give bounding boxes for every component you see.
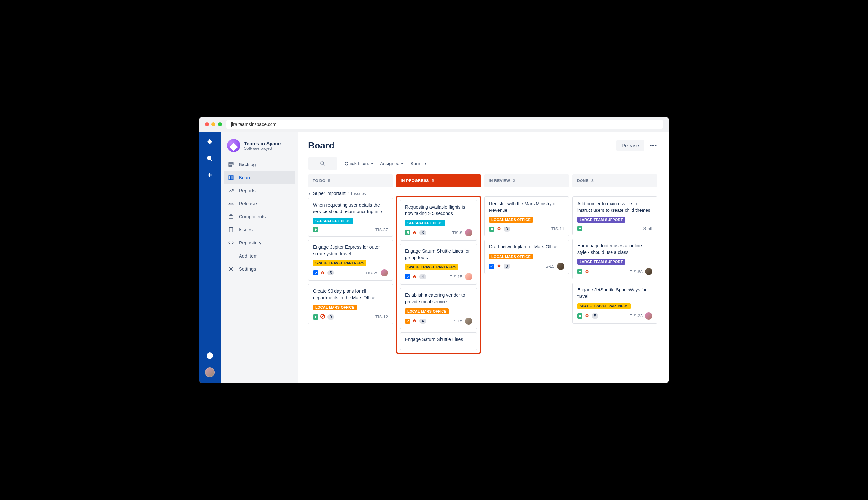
issue-key: TIS-25: [365, 271, 378, 275]
project-header[interactable]: Teams in Space Software project: [224, 139, 295, 158]
card-footer: 5TIS-23: [577, 312, 652, 319]
issue-card[interactable]: Draft network plan for Mars OfficeLOCAL …: [484, 240, 569, 274]
column-count: 5: [432, 179, 434, 183]
issue-key: TIS-23: [630, 313, 642, 318]
story-arrow-icon: [577, 269, 582, 274]
swimlane-issue-count: 11 issues: [348, 191, 366, 196]
issue-card[interactable]: Establish a catering vendor to provide m…: [400, 288, 477, 329]
maximize-window-icon[interactable]: [218, 122, 222, 126]
issue-card[interactable]: Engage Saturn Shuttle Lines for group to…: [400, 244, 477, 285]
svg-rect-11: [232, 175, 233, 180]
column-header: IN REVIEW 2: [484, 174, 569, 188]
swimlane-toggle[interactable]: ▾ Super important 11 issues: [309, 191, 393, 196]
card-title: Register with the Mars Ministry of Reven…: [489, 201, 564, 214]
svg-rect-13: [229, 216, 233, 219]
story-points-badge: 4: [419, 319, 426, 324]
sidebar-item-issues[interactable]: Issues: [224, 223, 295, 236]
sidebar-item-board[interactable]: Board: [224, 171, 295, 184]
chevron-down-icon: ▾: [424, 162, 426, 166]
close-window-icon[interactable]: [205, 122, 209, 126]
jira-logo-icon[interactable]: [205, 138, 214, 147]
global-nav-rail: ?: [199, 132, 220, 383]
svg-point-0: [207, 156, 211, 160]
browser-chrome: jira.teamsinspace.com: [199, 117, 669, 132]
epic-tag: SPACE TRAVEL PARTNERS: [313, 260, 366, 266]
issue-card[interactable]: Engage Jupiter Express for outer solar s…: [308, 240, 393, 281]
sidebar-label: Releases: [239, 201, 259, 206]
sidebar-label: Reports: [239, 188, 255, 193]
search-input[interactable]: [308, 157, 338, 170]
card-title: Engage Saturn Shuttle Lines: [405, 337, 472, 343]
sidebar-item-releases[interactable]: Releases: [224, 197, 295, 210]
priority-highest-icon: [496, 226, 502, 232]
issue-card[interactable]: Add pointer to main css file to instruct…: [572, 196, 657, 235]
sidebar-item-add[interactable]: Add item: [224, 249, 295, 262]
minimize-window-icon[interactable]: [212, 122, 215, 126]
issue-card[interactable]: Engage JetShuttle SpaceWays for travelSP…: [572, 283, 657, 323]
sidebar-item-repository[interactable]: Repository: [224, 236, 295, 249]
search-icon: [320, 161, 326, 167]
search-icon[interactable]: [205, 154, 214, 163]
sidebar-item-reports[interactable]: Reports: [224, 184, 295, 197]
project-name: Teams in Space: [244, 141, 281, 146]
story-icon: [577, 313, 582, 319]
column-header: DONE 8: [572, 174, 657, 188]
priority-highest-icon: [412, 318, 418, 324]
issue-card[interactable]: Homepage footer uses an inline style - s…: [572, 239, 657, 280]
card-footer: 3TIS-8: [405, 229, 472, 236]
card-title: Establish a catering vendor to provide m…: [405, 292, 472, 305]
sprint-dropdown[interactable]: Sprint▾: [410, 161, 426, 166]
profile-avatar[interactable]: [205, 367, 215, 377]
column-name: TO DO: [312, 179, 326, 183]
page-header: Board Release •••: [308, 140, 659, 151]
project-type: Software project: [244, 146, 281, 151]
quick-filters-dropdown[interactable]: Quick filters▾: [345, 161, 373, 166]
filter-bar: Quick filters▾ Assignee▾ Sprint▾: [308, 157, 659, 170]
main-content: Board Release ••• Quick filters▾ Assigne…: [298, 132, 669, 383]
sidebar-item-components[interactable]: Components: [224, 210, 295, 223]
more-actions-button[interactable]: •••: [648, 140, 659, 151]
filter-label: Assignee: [380, 161, 400, 166]
issue-key: TIS-8: [452, 230, 462, 235]
card-footer: 9TIS-12: [313, 314, 388, 320]
task-icon: [405, 274, 410, 280]
priority-highest-icon: [320, 270, 326, 276]
swimlane-name: Super important: [313, 191, 345, 196]
svg-text:?: ?: [208, 353, 211, 359]
svg-point-21: [230, 268, 232, 270]
story-points-badge: 3: [503, 264, 510, 269]
epic-tag: SPACE TRAVEL PARTNERS: [577, 303, 631, 309]
app-shell: ? Teams in Space Software project Backlo…: [199, 132, 669, 383]
create-icon[interactable]: [205, 170, 214, 180]
story-icon: [405, 230, 410, 235]
help-icon[interactable]: ?: [205, 351, 214, 360]
issues-icon: [228, 227, 234, 233]
releases-icon: [228, 201, 234, 207]
sidebar-label: Repository: [239, 240, 261, 246]
svg-rect-9: [229, 175, 230, 180]
browser-window: jira.teamsinspace.com ?: [199, 117, 669, 383]
release-button[interactable]: Release: [616, 140, 644, 151]
priority-highest-icon: [584, 269, 590, 275]
sidebar-item-settings[interactable]: Settings: [224, 262, 295, 275]
reports-icon: [228, 188, 234, 194]
epic-tag: LARGE TEAM SUPPORT: [577, 259, 625, 265]
issue-card[interactable]: Register with the Mars Ministry of Reven…: [484, 196, 569, 236]
assignee-avatar: [557, 263, 564, 270]
issue-key: TIS-15: [450, 319, 462, 323]
issue-card[interactable]: Requesting available flights is now taki…: [400, 200, 477, 240]
priority-highest-icon: [496, 263, 502, 269]
sidebar-item-backlog[interactable]: Backlog: [224, 158, 295, 171]
assignee-dropdown[interactable]: Assignee▾: [380, 161, 403, 166]
card-title: Add pointer to main css file to instruct…: [577, 201, 652, 214]
column-header: TO DO 5: [308, 174, 393, 188]
column-body: When requesting user details the service…: [308, 198, 393, 325]
issue-card[interactable]: Engage Saturn Shuttle Lines: [400, 332, 477, 351]
backlog-icon: [228, 161, 234, 168]
url-bar[interactable]: jira.teamsinspace.com: [227, 120, 663, 129]
card-footer: TIS-68: [577, 268, 652, 275]
card-title: Engage Saturn Shuttle Lines for group to…: [405, 248, 472, 261]
issue-card[interactable]: Create 90 day plans for all departments …: [308, 284, 393, 324]
issue-card[interactable]: When requesting user details the service…: [308, 198, 393, 237]
url-text: jira.teamsinspace.com: [231, 122, 276, 127]
